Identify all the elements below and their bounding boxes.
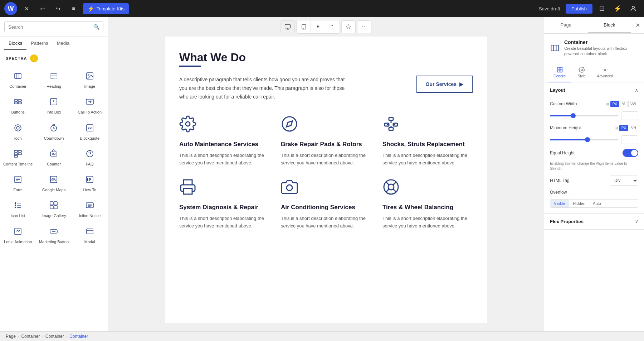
min-height-input[interactable] [621,135,638,144]
svg-rect-75 [184,188,192,194]
service-card-3: System Diagnosis & Repair This is a shor… [179,178,269,230]
block-item-heading[interactable]: Heading [36,67,72,92]
block-item-inline-notice[interactable]: Inline Notice [72,196,108,222]
html-tag-row: HTML Tag Div [550,176,638,186]
svg-rect-84 [551,45,559,51]
breadcrumb-page[interactable]: Page [6,334,16,339]
details-button[interactable]: ≡ [67,2,80,15]
tablet-view-button[interactable] [297,20,311,33]
service-desc-3: This is a short description elaborating … [179,215,269,230]
drag-handle[interactable]: ⠿ [311,20,325,33]
layout-section: Layout ∧ Custom Width ⊞ PX % VW [544,82,644,214]
search-input-wrap[interactable]: 🔍 [4,21,103,32]
service-card-1: Brake Repair Pads & Rotors This is a sho… [281,115,371,167]
block-item-container[interactable]: Container [0,67,36,92]
block-item-google-maps[interactable]: Google Maps [36,170,72,196]
tab-blocks[interactable]: Blocks [4,37,26,50]
tab-patterns[interactable]: Patterns [26,37,52,50]
overflow-label: Overflow [550,190,567,195]
unit-vw[interactable]: VW [628,101,638,107]
block-item-counter[interactable]: Counter [36,144,72,170]
search-input[interactable] [8,24,91,30]
min-height-slider-wrap [550,135,638,144]
more-options-button[interactable]: ⋯ [357,20,371,33]
block-item-info-box[interactable]: Info Box [36,92,72,118]
flex-props-title: Flex Properties [550,219,584,224]
block-item-buttons[interactable]: Buttons [0,92,36,118]
unit-vh-mh[interactable]: VH [629,125,638,131]
block-item-lottie[interactable]: Lottie Animation [0,222,36,248]
html-tag-label: HTML Tag [550,178,570,183]
svg-point-0 [632,6,635,9]
layout-section-header[interactable]: Layout ∧ [544,82,644,98]
flex-properties-section: Flex Properties ∨ [544,214,644,230]
template-kits-button[interactable]: ⚡ Template Kits [83,3,129,14]
block-item-image[interactable]: Image [72,67,108,92]
tab-style[interactable]: Style [573,63,591,82]
overflow-visible[interactable]: Visible [550,200,569,207]
unit-percent[interactable]: % [620,101,628,107]
desktop-view-button[interactable] [280,20,295,33]
block-item-faq[interactable]: FAQ [72,144,108,170]
undo-button[interactable]: ↩ [36,2,49,15]
block-item-marketing-button[interactable]: Marketing Button [36,222,72,248]
tab-general[interactable]: General [548,63,571,82]
our-services-button[interactable]: Our Services ▶ [416,76,473,93]
pin-button[interactable] [341,20,356,33]
sidebar-tabs: Blocks Patterns Media [0,37,108,50]
block-item-modal[interactable]: Modal [72,222,108,248]
html-tag-select[interactable]: Div [610,176,638,186]
block-label-call-to-action: Call To Action [78,110,102,115]
tab-media[interactable]: Media [53,37,74,50]
block-item-icon[interactable]: Icon [0,119,36,144]
tab-block[interactable]: Block [588,17,631,33]
svg-rect-8 [18,100,21,101]
view-toggle[interactable]: ⌃ [325,20,340,33]
block-info-icon [550,42,560,54]
unit-px-mh[interactable]: PX [619,125,628,131]
layout-icon-button[interactable]: ⊡ [595,2,608,15]
overflow-toggle: Visible Hidden Auto [550,199,638,208]
block-item-blockquote[interactable]: Blockquote [72,119,108,144]
publish-button[interactable]: Publish [566,4,592,14]
breadcrumb-container-3[interactable]: Container [69,334,88,339]
save-draft-button[interactable]: Save draft [536,4,563,14]
link-icon: ⊞ [606,102,609,106]
svg-rect-1 [15,73,21,78]
svg-rect-22 [87,125,93,131]
flex-props-header[interactable]: Flex Properties ∨ [544,214,644,229]
avatar-button[interactable] [627,2,640,15]
redo-button[interactable]: ↪ [52,2,64,15]
unit-px[interactable]: PX [610,101,619,107]
block-item-form[interactable]: Form [0,170,36,196]
image-icon [86,72,94,82]
block-item-image-gallery[interactable]: Image Gallery [36,196,72,222]
block-item-how-to[interactable]: How To [72,170,108,196]
svg-rect-10 [18,102,21,104]
service-title-3: System Diagnosis & Repair [179,203,269,211]
block-item-content-timeline[interactable]: Content Timeline [0,144,36,170]
overflow-hidden[interactable]: Hidden [569,200,589,207]
equal-height-toggle[interactable] [623,149,638,157]
breadcrumb-container-2[interactable]: Container [45,334,64,339]
tab-page[interactable]: Page [544,17,588,33]
overflow-auto[interactable]: Auto [589,200,605,207]
custom-width-track[interactable] [550,115,618,116]
breadcrumb-container-1[interactable]: Container [21,334,40,339]
svg-rect-54 [15,228,21,235]
block-item-call-to-action[interactable]: Call To Action [72,92,108,118]
bolt-icon-button[interactable]: ⚡ [611,2,624,15]
block-item-icon-list[interactable]: Icon List [0,196,36,222]
custom-width-input[interactable]: 34 [621,111,638,120]
close-button[interactable]: ✕ [20,2,33,15]
svg-point-15 [15,125,21,131]
block-description: Create beautiful layouts with flexbox po… [564,46,638,57]
min-height-track[interactable] [550,139,618,140]
close-right-sidebar[interactable]: ✕ [631,19,644,32]
main-layout: 🔍 Blocks Patterns Media SPECTRA ⚡ Contai… [0,17,644,331]
block-item-countdown[interactable]: Countdown [36,119,72,144]
svg-point-39 [87,180,88,181]
spectra-header: SPECTRA ⚡ [0,50,108,65]
wp-logo[interactable]: W [4,2,17,15]
tab-advanced[interactable]: Advanced [592,63,618,82]
